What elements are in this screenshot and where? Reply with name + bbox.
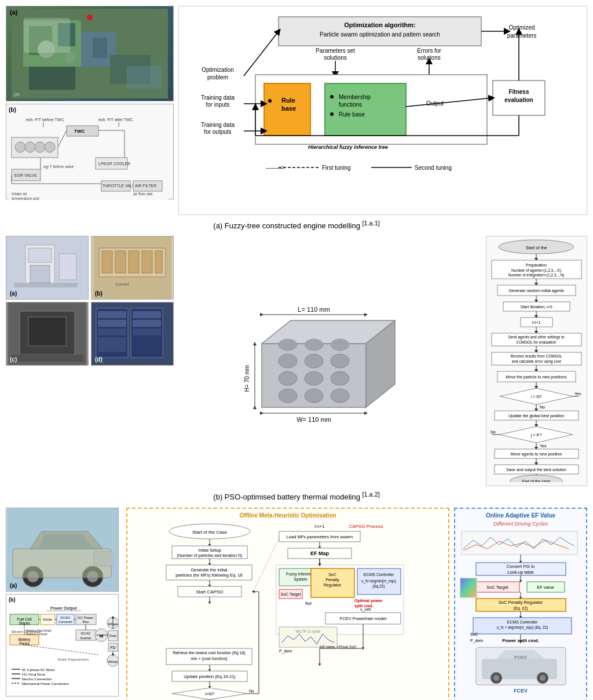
diagram-b-label: (b) [9,107,171,113]
svg-text:P_dem: P_dem [470,639,483,643]
online-title: Online Adaptive EF Value [459,512,583,519]
svg-text:for inputs: for inputs [206,101,229,108]
svg-point-120 [279,354,297,368]
svg-point-124 [305,371,323,385]
svg-text:(Eq. 22): (Eq. 22) [514,606,528,611]
svg-text:-------->: --------> [266,165,285,171]
svg-point-21 [25,142,35,152]
section-b: (a) Comet (b) [6,236,587,486]
svg-text:ECMS Controller: ECMS Controller [364,573,394,577]
svg-text:(a): (a) [14,92,20,97]
svg-text:Update position (Eq.19-21): Update position (Eq.19-21) [184,674,236,679]
svg-text:Second tuning: Second tuning [415,165,452,171]
svg-text:LPEGR COOLER: LPEGR COOLER [98,162,130,166]
svg-rect-101 [155,251,162,273]
section-b-right: L= 110 mm H= 70 mm W= 110 mm [178,236,587,486]
svg-text:DC/AC: DC/AC [80,632,90,635]
svg-text:Parameters set: Parameters set [316,48,355,54]
svg-text:Stacks: Stacks [19,621,30,625]
svg-rect-98 [115,251,126,273]
svg-point-129 [279,339,297,351]
svg-text:THROTTLE VALVE: THROTTLE VALVE [103,184,138,188]
svg-text:P_dem: P_dem [279,649,292,654]
svg-text:Diode: Diode [43,618,52,621]
page-container: (a) (a) [0,0,593,700]
svg-text:Hierarchical fuzzy inference t: Hierarchical fuzzy inference tree [308,144,388,150]
svg-rect-94 [30,265,50,283]
svg-text:System: System [294,577,308,582]
svg-text:EGR VALVE: EGR VALVE [14,173,37,177]
svg-text:Look-up table: Look-up table [507,570,533,575]
svg-text:Battery Charge: Battery Charge [26,632,47,636]
svg-text:First tuning: First tuning [322,165,350,171]
svg-line-240 [24,645,98,655]
svg-text:Move the particle to new posit: Move the particle to new positions [506,375,567,380]
svg-text:SoC: SoC [470,632,478,636]
svg-text:No: No [490,430,496,434]
svg-text:Brake Regeneration: Brake Regeneration [58,658,89,661]
svg-text:SoC Penalty Regulator: SoC Penalty Regulator [499,600,543,605]
section-a-left: (a) (a) [6,6,174,215]
svg-text:Optimal power: Optimal power [354,599,383,603]
svg-rect-113 [98,337,126,352]
svg-text:Yes: Yes [574,392,581,396]
engine-svg: (a) [12,9,168,99]
photo-b-a: (a) [6,236,89,300]
svg-rect-93 [14,283,78,287]
svg-point-22 [35,142,45,152]
svg-text:Start of the Case: Start of the Case [192,530,228,535]
car-photo-label: (a) [10,582,17,589]
svg-text:Fuel Cell: Fuel Cell [17,617,32,621]
svg-text:Optimization: Optimization [202,67,234,73]
section-b-photos: (a) Comet (b) [6,236,174,486]
caption-b: (b) PSO-optimised battery thermal modeli… [6,491,587,501]
svg-text:and calculate error using cost: and calculate error using cost [512,359,561,364]
svg-rect-105 [28,317,66,346]
svg-text:Update the global best positio: Update the global best position [508,414,564,418]
svg-text:Move agents to new position: Move agents to new position [511,452,562,457]
svg-text:particles (for MFs) following : particles (for MFs) following Eq. 18 [175,573,242,578]
pso-svg: Start of the Preparation Number of agent… [489,239,584,482]
photo-b-c-label: (c) [10,356,17,363]
powertrain-diagram: (b) Power Output Fuel Cell Stacks Diode … [6,594,119,697]
svg-text:Ref: Ref [305,601,312,606]
svg-text:FCEV: FCEV [514,688,528,694]
svg-text:solutions: solutions [418,54,440,61]
svg-point-63 [330,95,334,99]
svg-rect-97 [102,251,112,273]
svg-text:Gear: Gear [109,634,116,637]
svg-text:Load MFs parameters from swarm: Load MFs parameters from swarm [287,534,353,539]
photo-b-b: Comet (b) [91,236,174,300]
svg-text:Start of the: Start of the [526,245,547,250]
svg-text:Rule base: Rule base [339,111,365,118]
svg-point-20 [15,142,25,152]
svg-text:Start CAPSO: Start CAPSO [196,589,223,595]
svg-text:Generate random initial agents: Generate random initial agents [508,289,564,293]
svg-point-10 [87,14,93,20]
svg-text:WLTP-3 cycle: WLTP-3 cycle [295,629,320,634]
svg-text:No: No [540,405,545,409]
svg-text:SoC Target: SoC Target [281,592,301,597]
svg-text:min = {cost function}: min = {cost function} [191,657,228,661]
online-svg: Convert FIS to Look-up table SoC Target … [459,528,583,700]
svg-text:Optimized: Optimized [508,24,535,31]
svg-text:DC Power: DC Power [78,616,93,619]
photo-a-label: (a) [10,9,17,16]
svg-text:EF Map: EF Map [310,550,330,556]
svg-text:Electric Connection: Electric Connection [22,677,52,681]
svg-point-9 [64,52,75,64]
svg-text:Particle swarm optimization an: Particle swarm optimization and pattern … [320,31,440,38]
svg-text:problem: problem [207,74,228,81]
svg-text:Optimization algorithm:: Optimization algorithm: [344,21,415,28]
svg-text:Convert FIS to: Convert FIS to [507,564,535,569]
svg-text:Packs: Packs [19,641,30,646]
flowchart-svg: Optimization algorithm: Particle swarm o… [184,11,582,208]
online-adaptive: Online Adaptive EF Value Different Drivi… [454,508,587,700]
svg-point-59 [268,99,272,103]
svg-text:(Number of particles and itera: (Number of particles and iteration N) [177,553,243,558]
engine-schematic-svg: esh. P/T before TWC esh. P/T after TWC T… [9,114,168,200]
svg-text:End of the case: End of the case [522,479,551,482]
svg-rect-115 [133,320,161,327]
svg-text:functions: functions [339,101,362,108]
svg-point-66 [330,112,334,116]
